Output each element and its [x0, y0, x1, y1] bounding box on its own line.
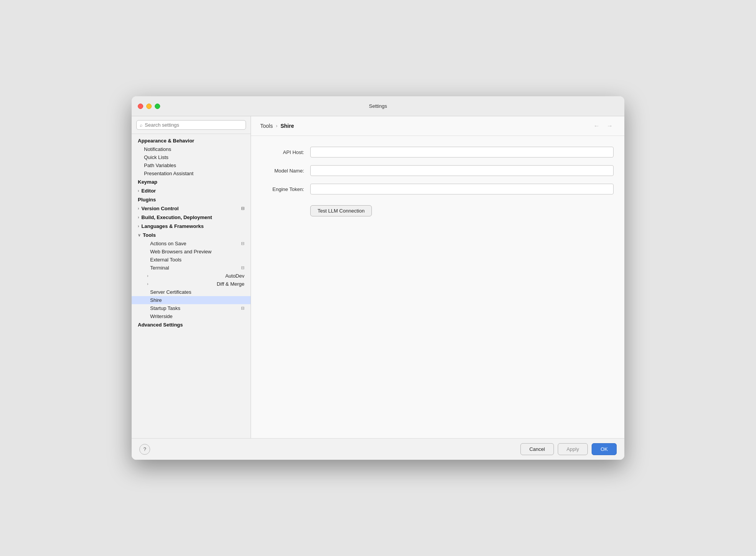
main-header: Tools › Shire ← →	[251, 116, 624, 136]
db-icon-vc: ⊟	[241, 206, 244, 211]
sidebar-item-quick-lists[interactable]: Quick Lists	[132, 153, 251, 161]
sidebar-item-languages[interactable]: › Languages & Frameworks	[132, 222, 251, 231]
engine-token-label: Engine Token:	[262, 186, 304, 192]
sidebar-item-startup-tasks[interactable]: Startup Tasks ⊟	[132, 304, 251, 312]
sidebar: ⌕ Appearance & Behavior Notifications Qu…	[132, 116, 251, 438]
footer: ? Cancel Apply OK	[132, 438, 624, 460]
sidebar-item-build[interactable]: › Build, Execution, Deployment	[132, 213, 251, 222]
sidebar-item-notifications[interactable]: Notifications	[132, 145, 251, 153]
db-icon-actions: ⊟	[241, 241, 244, 246]
sidebar-item-editor[interactable]: › Editor	[132, 186, 251, 195]
sidebar-item-shire[interactable]: Shire	[132, 296, 251, 304]
titlebar: Settings	[132, 96, 624, 116]
api-host-label: API Host:	[262, 149, 304, 155]
test-llm-button[interactable]: Test LLM Connection	[310, 205, 372, 216]
close-button[interactable]	[138, 104, 143, 109]
search-wrapper[interactable]: ⌕	[136, 120, 246, 130]
window-title: Settings	[369, 103, 387, 109]
cancel-button[interactable]: Cancel	[520, 443, 554, 455]
chevron-right-icon-vc: ›	[138, 206, 139, 211]
sidebar-scroll: Appearance & Behavior Notifications Quic…	[132, 134, 251, 438]
forward-button[interactable]: →	[604, 122, 615, 130]
sidebar-item-version-control[interactable]: › Version Control ⊟	[132, 204, 251, 213]
model-name-input[interactable]	[310, 165, 614, 176]
sidebar-item-writerside[interactable]: Writerside	[132, 312, 251, 320]
breadcrumb-separator: ›	[276, 123, 278, 129]
search-input[interactable]	[145, 122, 243, 128]
settings-window: Settings ⌕ Appearance & Behavior Notific…	[132, 96, 624, 460]
model-name-label: Model Name:	[262, 168, 304, 174]
engine-token-input[interactable]	[310, 184, 614, 194]
chevron-right-icon: ›	[138, 189, 139, 193]
sidebar-item-diff-merge[interactable]: › Diff & Merge	[132, 280, 251, 288]
sidebar-item-presentation-assistant[interactable]: Presentation Assistant	[132, 169, 251, 178]
apply-button[interactable]: Apply	[558, 443, 588, 455]
main-layout: ⌕ Appearance & Behavior Notifications Qu…	[132, 116, 624, 438]
model-name-row: Model Name:	[262, 165, 614, 176]
minimize-button[interactable]	[146, 104, 152, 109]
traffic-lights	[138, 104, 160, 109]
chevron-right-icon-build: ›	[138, 215, 139, 219]
sidebar-item-appearance-behavior[interactable]: Appearance & Behavior	[132, 136, 251, 145]
engine-token-row: Engine Token:	[262, 184, 614, 194]
sidebar-item-keymap[interactable]: Keymap	[132, 178, 251, 186]
sidebar-item-server-certificates[interactable]: Server Certificates	[132, 288, 251, 296]
sidebar-item-tools[interactable]: ∨ Tools	[132, 231, 251, 239]
sidebar-item-path-variables[interactable]: Path Variables	[132, 161, 251, 169]
sidebar-item-actions-on-save[interactable]: Actions on Save ⊟	[132, 239, 251, 248]
api-host-input[interactable]	[310, 147, 614, 157]
sidebar-item-plugins[interactable]: Plugins	[132, 195, 251, 204]
sidebar-item-external-tools[interactable]: External Tools	[132, 256, 251, 264]
test-btn-container: Test LLM Connection	[262, 202, 614, 216]
back-button[interactable]: ←	[591, 122, 602, 130]
form-area: API Host: Model Name: Engine Token: Test…	[251, 136, 624, 438]
breadcrumb-current: Shire	[281, 123, 294, 129]
sidebar-item-autodev[interactable]: › AutoDev	[132, 272, 251, 280]
breadcrumb-parent: Tools	[260, 123, 273, 129]
ok-button[interactable]: OK	[592, 443, 617, 455]
chevron-right-icon-diff: ›	[147, 282, 148, 286]
api-host-row: API Host:	[262, 147, 614, 157]
search-icon: ⌕	[140, 122, 142, 128]
sidebar-item-web-browsers[interactable]: Web Browsers and Preview	[132, 248, 251, 256]
chevron-down-icon-tools: ∨	[138, 233, 140, 237]
sidebar-item-terminal[interactable]: Terminal ⊟	[132, 264, 251, 272]
sidebar-item-advanced-settings[interactable]: Advanced Settings	[132, 320, 251, 329]
help-button[interactable]: ?	[139, 444, 150, 455]
chevron-right-icon-lang: ›	[138, 224, 139, 228]
nav-buttons: ← →	[591, 122, 615, 130]
chevron-right-icon-autodev: ›	[147, 274, 148, 278]
breadcrumb: Tools › Shire	[260, 123, 294, 129]
db-icon-terminal: ⊟	[241, 265, 244, 270]
db-icon-startup: ⊟	[241, 306, 244, 311]
main-panel: Tools › Shire ← → API Host: Model Name:	[251, 116, 624, 438]
maximize-button[interactable]	[155, 104, 160, 109]
search-container: ⌕	[132, 116, 251, 134]
